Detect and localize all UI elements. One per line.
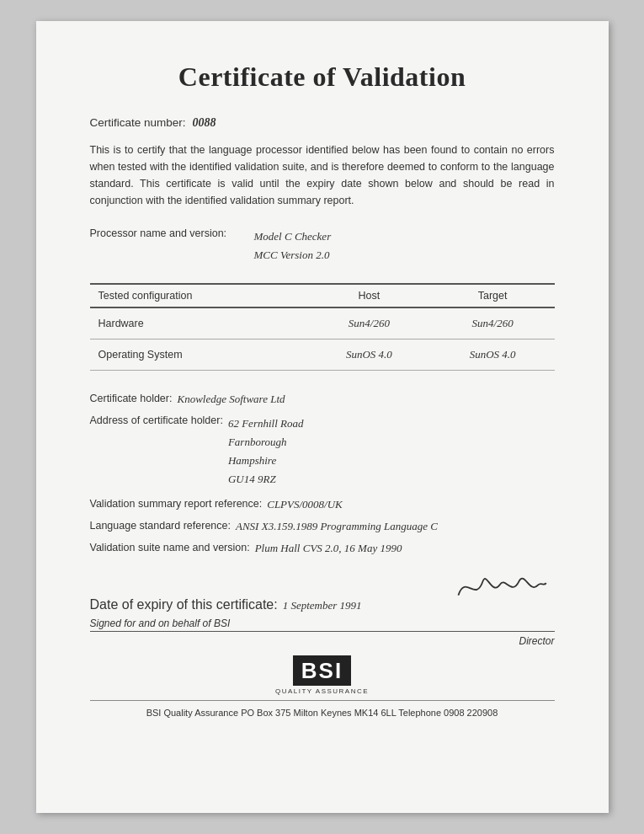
- processor-row: Processor name and version: Model C Chec…: [90, 227, 555, 265]
- director-label: Director: [90, 635, 555, 647]
- col-host: Host: [307, 284, 431, 307]
- address-line-3: Hampshire: [228, 452, 304, 470]
- certificate-document: Certificate of Validation Certificate nu…: [36, 21, 609, 813]
- signed-row: Signed for and on behalf of BSI: [90, 617, 555, 632]
- bsi-text: BSI: [301, 658, 343, 683]
- processor-label: Processor name and version:: [90, 227, 254, 239]
- processor-value: Model C Checker MCC Version 2.0: [254, 227, 332, 265]
- suite-value: Plum Hall CVS 2.0, 16 May 1990: [255, 542, 402, 555]
- certificate-body-text: This is to certify that the language pro…: [90, 142, 555, 209]
- target-hardware: Sun4/260: [431, 307, 555, 339]
- address-line-1: 62 Fernhill Road: [228, 414, 304, 433]
- config-hardware: Hardware: [90, 307, 307, 339]
- table-header-row: Tested configuration Host Target: [90, 284, 555, 307]
- host-hardware: Sun4/260: [307, 307, 431, 339]
- signature-area: [362, 564, 555, 612]
- bsi-logo: BSI QUALITY ASSURANCE: [275, 655, 369, 696]
- signature: [452, 561, 547, 615]
- col-target: Target: [431, 284, 555, 307]
- config-os: Operating System: [90, 339, 307, 371]
- table-row: Operating System SunOS 4.0 SunOS 4.0: [90, 339, 555, 371]
- address-line-4: GU14 9RZ: [228, 470, 304, 489]
- bsi-qa-text: QUALITY ASSURANCE: [275, 687, 369, 695]
- bsi-letters: BSI: [293, 655, 351, 687]
- expiry-label: Date of expiry of this certificate:: [90, 597, 278, 612]
- configuration-table: Tested configuration Host Target Hardwar…: [90, 283, 555, 371]
- address-block: Address of certificate holder: 62 Fernhi…: [90, 414, 555, 489]
- signed-label: Signed for and on behalf of BSI: [90, 617, 231, 629]
- language-ref-value: ANSI X3.159.1989 Programming Language C: [236, 520, 438, 533]
- validation-ref-label: Validation summary report reference:: [90, 498, 263, 510]
- bsi-footer-text: BSI Quality Assurance PO Box 375 Milton …: [90, 700, 555, 718]
- host-os: SunOS 4.0: [307, 339, 431, 371]
- language-ref-row: Language standard reference: ANSI X3.159…: [90, 520, 555, 533]
- certificate-number-label: Certificate number:: [90, 116, 186, 129]
- address-line-2: Farnborough: [228, 433, 304, 452]
- validation-ref-value: CLPVS/0008/UK: [267, 498, 343, 511]
- address-label: Address of certificate holder:: [90, 414, 223, 426]
- processor-version: MCC Version 2.0: [254, 246, 332, 265]
- certificate-title: Certificate of Validation: [90, 61, 555, 93]
- certificate-number-row: Certificate number: 0088: [90, 116, 555, 130]
- holder-label: Certificate holder:: [90, 393, 173, 404]
- target-os: SunOS 4.0: [431, 339, 555, 371]
- address-lines: 62 Fernhill Road Farnborough Hampshire G…: [228, 414, 304, 489]
- col-config: Tested configuration: [90, 284, 307, 307]
- expiry-value: 1 September 1991: [283, 599, 362, 612]
- processor-name: Model C Checker: [254, 227, 332, 246]
- certificate-number-value: 0088: [193, 116, 216, 130]
- info-section: Certificate holder: Knowledge Software L…: [90, 393, 555, 612]
- expiry-row: Date of expiry of this certificate: 1 Se…: [90, 564, 555, 612]
- validation-ref-row: Validation summary report reference: CLP…: [90, 498, 555, 511]
- table-row: Hardware Sun4/260 Sun4/260: [90, 307, 555, 339]
- bsi-section: BSI QUALITY ASSURANCE BSI Quality Assura…: [90, 655, 555, 719]
- suite-row: Validation suite name and version: Plum …: [90, 542, 555, 555]
- holder-value: Knowledge Software Ltd: [177, 393, 285, 406]
- holder-row: Certificate holder: Knowledge Software L…: [90, 393, 555, 406]
- language-ref-label: Language standard reference:: [90, 520, 232, 532]
- suite-label: Validation suite name and version:: [90, 542, 250, 553]
